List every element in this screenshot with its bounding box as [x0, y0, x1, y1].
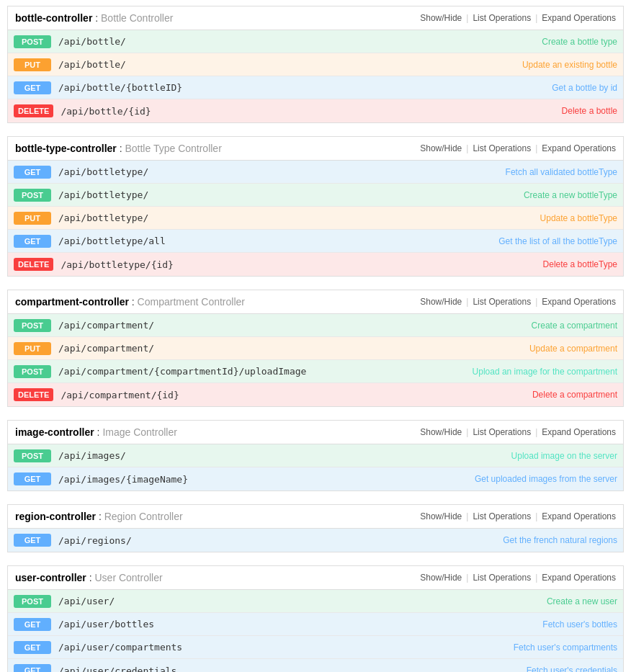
operation-row[interactable]: GET/api/regions/Get the french natural r… — [8, 529, 623, 552]
operation-row[interactable]: POST/api/images/Upload image on the serv… — [8, 444, 623, 467]
operation-path: /api/images/{imageName} — [58, 474, 467, 485]
controller-section-bottle-type-controller: bottle-type-controller : Bottle Type Con… — [7, 136, 624, 277]
expand-operations-link[interactable]: Expand Operations — [542, 511, 616, 521]
list-operations-link[interactable]: List Operations — [473, 13, 531, 23]
operation-summary: Create a new bottleType — [524, 190, 617, 200]
expand-operations-link[interactable]: Expand Operations — [542, 143, 616, 153]
separator: | — [535, 297, 537, 307]
operation-row[interactable]: GET/api/bottle/{bottleID}Get a bottle by… — [8, 76, 623, 99]
method-badge-put: PUT — [14, 212, 51, 225]
separator: | — [466, 511, 468, 521]
controller-header-image-controller: image-controller : Image ControllerShow/… — [8, 421, 623, 444]
method-badge-put: PUT — [14, 58, 51, 71]
operation-summary: Fetch user's compartments — [514, 642, 617, 653]
operation-row[interactable]: POST/api/compartment/{compartmentId}/upl… — [8, 360, 623, 383]
controller-title: bottle-controller : Bottle Controller — [15, 12, 173, 24]
separator: | — [535, 573, 537, 583]
method-badge-get: GET — [14, 166, 51, 179]
list-operations-link[interactable]: List Operations — [473, 511, 531, 521]
list-operations-link[interactable]: List Operations — [473, 573, 531, 583]
method-badge-get: GET — [14, 664, 51, 672]
separator: | — [466, 573, 468, 583]
show-hide-link[interactable]: Show/Hide — [420, 573, 462, 583]
operation-row[interactable]: GET/api/user/bottlesFetch user's bottles — [8, 613, 623, 636]
method-badge-delete: DELETE — [14, 104, 53, 117]
operation-summary: Get uploaded images from the server — [475, 474, 617, 484]
operation-summary: Update a compartment — [529, 344, 617, 354]
controller-title: image-controller : Image Controller — [15, 426, 177, 438]
controller-actions: Show/Hide|List Operations|Expand Operati… — [420, 573, 616, 583]
controller-id-text: bottle-type-controller — [15, 143, 117, 154]
operation-path: /api/bottletype/all — [58, 236, 491, 246]
controller-section-bottle-controller: bottle-controller : Bottle ControllerSho… — [7, 6, 624, 123]
operation-path: /api/bottletype/ — [58, 166, 498, 177]
show-hide-link[interactable]: Show/Hide — [420, 511, 462, 521]
controller-title: region-controller : Region Controller — [15, 511, 183, 522]
show-hide-link[interactable]: Show/Hide — [420, 143, 462, 153]
controller-section-region-controller: region-controller : Region ControllerSho… — [7, 504, 624, 552]
controller-name-text: User Controller — [94, 572, 162, 583]
controller-header-compartment-controller: compartment-controller : Compartment Con… — [8, 290, 623, 314]
expand-operations-link[interactable]: Expand Operations — [542, 427, 616, 437]
operation-row[interactable]: GET/api/user/compartmentsFetch user's co… — [8, 636, 623, 659]
method-badge-post: POST — [14, 35, 51, 48]
operation-row[interactable]: POST/api/compartment/Create a compartmen… — [8, 314, 623, 337]
operation-summary: Create a bottle type — [542, 37, 617, 47]
controller-name-text: Bottle Controller — [101, 12, 173, 24]
operation-summary: Get the french natural regions — [503, 535, 617, 545]
controller-header-user-controller: user-controller : User ControllerShow/Hi… — [8, 566, 623, 590]
controller-actions: Show/Hide|List Operations|Expand Operati… — [420, 511, 616, 521]
operation-row[interactable]: GET/api/bottletype/allGet the list of al… — [8, 230, 623, 253]
controller-name-text: Image Controller — [102, 426, 177, 438]
show-hide-link[interactable]: Show/Hide — [420, 297, 462, 307]
operation-row[interactable]: DELETE/api/bottletype/{id}Delete a bottl… — [8, 253, 623, 276]
show-hide-link[interactable]: Show/Hide — [420, 427, 462, 437]
operation-summary: Upload image on the server — [511, 451, 617, 461]
operation-row[interactable]: POST/api/bottle/Create a bottle type — [8, 30, 623, 53]
operation-summary: Fetch user's credentials — [527, 666, 617, 672]
operation-summary: Fetch all validated bottleType — [506, 167, 617, 177]
operation-summary: Upload an image for the compartment — [473, 367, 617, 377]
controller-id-text: user-controller — [15, 572, 86, 583]
list-operations-link[interactable]: List Operations — [473, 297, 531, 307]
operation-path: /api/compartment/{id} — [61, 390, 525, 400]
controllers-container: bottle-controller : Bottle ControllerSho… — [7, 6, 624, 672]
list-operations-link[interactable]: List Operations — [473, 143, 531, 153]
swagger-ui: bottle-controller : Bottle ControllerSho… — [0, 0, 631, 672]
separator: | — [466, 427, 468, 437]
operation-row[interactable]: PUT/api/compartment/Update a compartment — [8, 337, 623, 360]
method-badge-get: GET — [14, 641, 51, 654]
operation-row[interactable]: GET/api/user/credentialsFetch user's cre… — [8, 659, 623, 672]
operation-row[interactable]: DELETE/api/bottle/{id}Delete a bottle — [8, 99, 623, 122]
operation-summary: Delete a bottle — [562, 106, 617, 116]
controller-actions: Show/Hide|List Operations|Expand Operati… — [420, 427, 616, 437]
separator: | — [466, 13, 468, 23]
operation-path: /api/bottle/ — [58, 36, 534, 47]
operation-row[interactable]: GET/api/images/{imageName}Get uploaded i… — [8, 467, 623, 490]
separator: | — [535, 143, 537, 153]
expand-operations-link[interactable]: Expand Operations — [542, 13, 616, 23]
operation-path: /api/images/ — [58, 450, 504, 461]
expand-operations-link[interactable]: Expand Operations — [542, 573, 616, 583]
operation-row[interactable]: POST/api/bottletype/Create a new bottleT… — [8, 184, 623, 207]
expand-operations-link[interactable]: Expand Operations — [542, 297, 616, 307]
list-operations-link[interactable]: List Operations — [473, 427, 531, 437]
operation-row[interactable]: DELETE/api/compartment/{id}Delete a comp… — [8, 383, 623, 406]
operation-summary: Update a bottleType — [540, 213, 617, 223]
operation-path: /api/compartment/{compartmentId}/uploadI… — [58, 366, 465, 377]
controller-id-text: bottle-controller — [15, 12, 92, 24]
show-hide-link[interactable]: Show/Hide — [420, 13, 462, 23]
operation-row[interactable]: PUT/api/bottletype/Update a bottleType — [8, 207, 623, 230]
operation-row[interactable]: GET/api/bottletype/Fetch all validated b… — [8, 161, 623, 184]
method-badge-post: POST — [14, 595, 51, 608]
controller-id-text: region-controller — [15, 511, 96, 522]
operation-row[interactable]: POST/api/user/Create a new user — [8, 590, 623, 613]
operation-summary: Delete a compartment — [532, 390, 617, 400]
controller-header-bottle-type-controller: bottle-type-controller : Bottle Type Con… — [8, 137, 623, 161]
operation-row[interactable]: PUT/api/bottle/Update an existing bottle — [8, 53, 623, 76]
method-badge-post: POST — [14, 365, 51, 378]
method-badge-get: GET — [14, 534, 51, 547]
method-badge-delete: DELETE — [14, 258, 53, 271]
operation-path: /api/bottletype/ — [58, 189, 516, 200]
controller-section-user-controller: user-controller : User ControllerShow/Hi… — [7, 565, 624, 672]
